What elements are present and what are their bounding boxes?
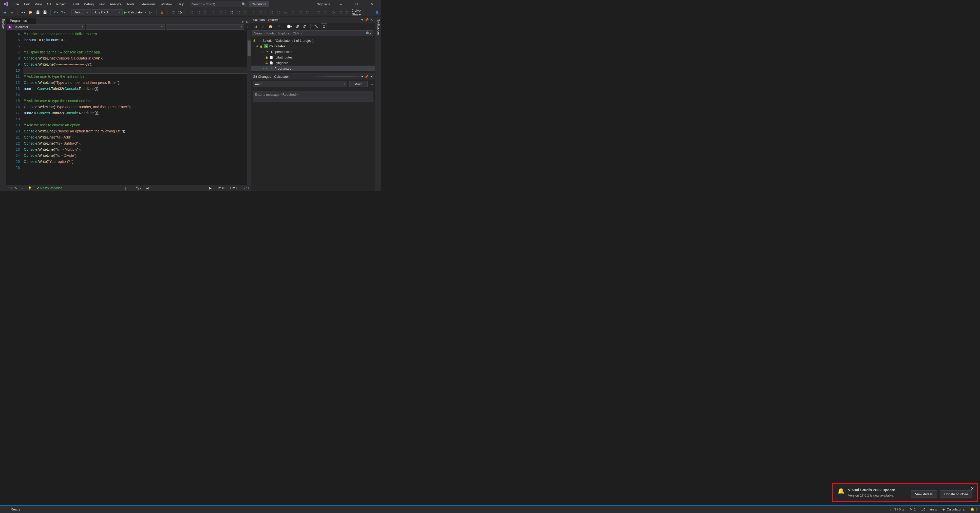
git-changes-header[interactable]: Git Changes - Calculator ▾ 📌 ✕ — [251, 73, 375, 79]
tb-icon-12: ⬚ — [290, 10, 296, 16]
hscroll-left-icon[interactable]: ◀ — [146, 186, 148, 190]
fwd-nav-icon[interactable]: ▷ — [260, 23, 266, 29]
panel-dropdown-icon[interactable]: ▾ — [361, 18, 363, 22]
tb-icon-7: ⬚ — [243, 10, 249, 16]
tab-dropdown-icon[interactable]: ▾ — [242, 20, 244, 24]
vertical-scrollbar[interactable] — [247, 30, 251, 185]
document-tab[interactable]: Program.cs — [6, 17, 36, 24]
solution-node[interactable]: 🔒⬚Solution 'Calculator' (1 of 1 project) — [251, 38, 375, 43]
tb-icon-9: ⬚ — [258, 10, 263, 16]
back-nav-icon[interactable]: ◁ — [252, 23, 258, 29]
file-node[interactable]: 🔒📄.gitattributes — [251, 54, 375, 60]
close-button[interactable]: ✕ — [366, 0, 378, 8]
pin-icon[interactable]: 📌 — [364, 75, 369, 78]
split-icon[interactable]: ✛ — [245, 24, 251, 30]
vs-logo-icon — [3, 1, 9, 7]
spaces-indicator[interactable]: SPC — [242, 186, 249, 190]
menu-project[interactable]: Project — [54, 1, 69, 8]
back-icon[interactable]: ◀ — [2, 10, 8, 16]
menu-window[interactable]: Window — [158, 1, 175, 8]
redo-icon[interactable]: ↷▾ — [60, 10, 66, 16]
live-share-button[interactable]: ⤴ Live Share — [352, 9, 369, 16]
minimize-button[interactable]: ─ — [335, 0, 347, 8]
dependencies-node[interactable]: ▷⬿Dependencies — [251, 49, 375, 54]
pending-changes-icon[interactable]: 🕐▾ — [286, 23, 293, 29]
code-editor[interactable]: // Declare variables and then initialize… — [24, 30, 251, 185]
commit-message-input[interactable]: Enter a message <Required> — [253, 91, 373, 102]
sync-icon[interactable]: 🗗 — [294, 23, 300, 29]
solution-tree[interactable]: 🔒⬚Solution 'Calculator' (1 of 1 project)… — [251, 37, 375, 72]
nav-project-dropdown[interactable]: C#Calculator▼ — [6, 24, 85, 30]
hscroll-right-icon[interactable]: ▶ — [209, 186, 212, 190]
menu-help[interactable]: Help — [175, 1, 187, 8]
git-more-icon[interactable]: ⋯ — [370, 82, 373, 86]
preview-icon[interactable]: ⊡ — [321, 23, 327, 29]
sign-in-link[interactable]: Sign in — [317, 2, 331, 6]
panel-dropdown-icon[interactable]: ▾ — [361, 75, 363, 78]
intellicode-icon[interactable]: 💡 — [28, 186, 32, 190]
notifications-tab[interactable]: Notifications — [375, 17, 381, 191]
forward-icon[interactable]: ▶ — [10, 10, 15, 16]
issues-indicator[interactable]: ✔No issues found — [37, 186, 62, 190]
bookmark-icon[interactable]: ⬚ — [228, 10, 234, 16]
menu-file[interactable]: File — [11, 1, 22, 8]
tb-icon-4: ⬚ — [210, 10, 216, 16]
side-panels: Solution Explorer ▾ 📌 ✕ ◁ ▷ 🏠 ⬚ 🕐▾ 🗗 🗗 🔧… — [251, 17, 375, 191]
hot-reload-icon[interactable]: 🔥 — [159, 10, 165, 16]
properties-icon[interactable]: 🔧 — [313, 23, 319, 29]
editor-area: Program.cs ▾ ⚙ C#Calculator▼ ▼ ▼ ✛ 45678… — [6, 17, 251, 191]
solution-search[interactable]: Search Solution Explorer (Ctrl+;)🔍▾ — [252, 30, 374, 36]
line-indicator[interactable]: Ln: 10 — [216, 186, 225, 190]
save-all-icon[interactable]: 💾 — [42, 10, 48, 16]
tb-icon-17: ⬚▾ — [330, 10, 336, 16]
sql-icon: SQL — [283, 10, 289, 16]
browser-link-icon[interactable]: ⬚ — [170, 10, 176, 16]
push-button[interactable]: Push — [349, 81, 368, 87]
start-no-debug-icon[interactable]: ▷ — [148, 10, 154, 16]
col-indicator[interactable]: Ch: 1 — [230, 186, 238, 190]
menu-analyze[interactable]: Analyze — [107, 1, 124, 8]
show-all-icon[interactable]: 🗗 — [302, 23, 308, 29]
tb-icon-13: ⬚ — [298, 10, 303, 16]
step-icon[interactable]: ⬚▾ — [177, 10, 183, 16]
maximize-button[interactable]: ☐ — [351, 0, 362, 8]
tab-settings-icon[interactable]: ⚙ — [246, 20, 249, 24]
search-icon: 🔍 — [242, 2, 246, 6]
file-node[interactable]: 🔒📄.gitignore — [251, 60, 375, 65]
menu-git[interactable]: Git — [45, 1, 54, 8]
panel-close-icon[interactable]: ✕ — [370, 75, 373, 78]
save-icon[interactable]: 💾 — [35, 10, 41, 16]
menu-edit[interactable]: Edit — [22, 1, 32, 8]
menu-build[interactable]: Build — [69, 1, 81, 8]
new-item-icon[interactable]: ✦▾ — [20, 10, 26, 16]
search-box[interactable]: Search (Ctrl+Q) 🔍 — [190, 1, 248, 7]
menu-extensions[interactable]: Extensions — [137, 1, 158, 8]
menu-tools[interactable]: Tools — [124, 1, 137, 8]
undo-icon[interactable]: ↶▾ — [53, 10, 59, 16]
open-icon[interactable]: 📂 — [28, 10, 33, 16]
nav-class-dropdown[interactable]: ▼ — [86, 24, 165, 30]
zoom-level[interactable]: 100 % — [8, 186, 17, 190]
toolbox-tab[interactable]: Toolbox — [0, 17, 6, 191]
menu-debug[interactable]: Debug — [81, 1, 96, 8]
menu-test[interactable]: Test — [96, 1, 107, 8]
home-icon[interactable]: 🏠 — [267, 23, 274, 29]
main-menu: FileEditViewGitProjectBuildDebugTestAnal… — [11, 1, 187, 8]
configuration-dropdown[interactable]: Debug▼ — [72, 10, 91, 16]
start-debug-button[interactable]: ▶Calculator▼ — [124, 10, 146, 14]
account-icon[interactable]: 👤 — [375, 10, 379, 14]
nav-member-dropdown[interactable]: ▼ — [166, 24, 244, 30]
project-node[interactable]: ◢🔒C#Calculator — [251, 43, 375, 49]
branch-dropdown[interactable]: main▼ — [253, 81, 347, 87]
panel-close-icon[interactable]: ✕ — [370, 18, 373, 22]
menu-view[interactable]: View — [32, 1, 45, 8]
screwdriver-icon[interactable]: 🔧▾ — [136, 186, 141, 190]
tb-icon-19: ⬚ — [345, 10, 350, 16]
file-node-selected[interactable]: ▷✔C#Program.cs — [251, 65, 375, 71]
solution-explorer-header[interactable]: Solution Explorer ▾ 📌 ✕ — [251, 17, 375, 23]
pin-icon[interactable]: 📌 — [364, 18, 369, 22]
platform-dropdown[interactable]: Any CPU▼ — [92, 10, 123, 16]
switch-views-icon[interactable]: ⬚ — [275, 23, 281, 29]
git-changes-panel: Git Changes - Calculator ▾ 📌 ✕ main▼ Pus… — [251, 73, 375, 191]
tb-icon-14: ⬚ — [305, 10, 310, 16]
